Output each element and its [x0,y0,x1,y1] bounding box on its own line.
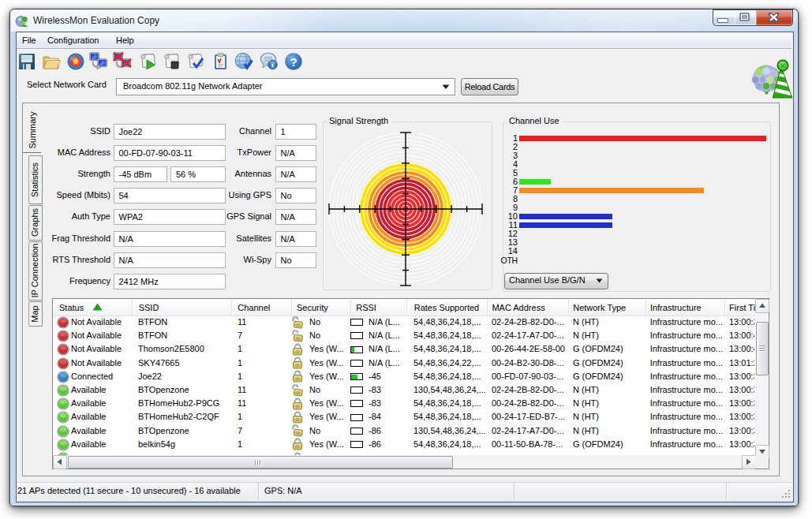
svg-text:?: ? [290,55,297,69]
